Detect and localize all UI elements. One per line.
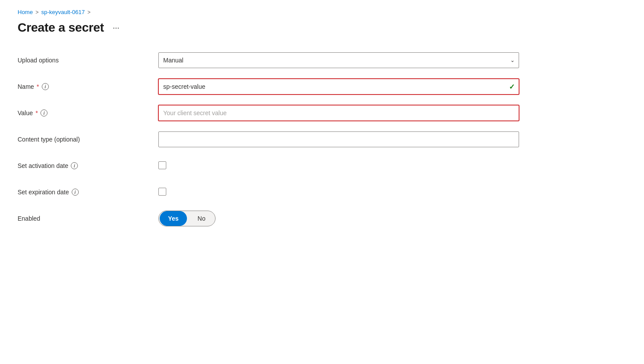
name-info-icon[interactable]: i	[42, 83, 49, 90]
breadcrumb-separator-1: >	[36, 9, 39, 15]
expiration-date-info-icon[interactable]: i	[72, 189, 79, 196]
page-title: Create a secret	[18, 21, 104, 35]
name-label: Name * i	[18, 83, 158, 90]
enabled-label: Enabled	[18, 215, 158, 222]
breadcrumb-home[interactable]: Home	[18, 9, 33, 15]
value-input[interactable]	[158, 105, 519, 121]
value-control	[158, 105, 519, 121]
content-type-label: Content type (optional)	[18, 136, 158, 143]
activation-date-checkbox[interactable]	[158, 161, 166, 169]
breadcrumb-separator-2: >	[88, 9, 91, 15]
value-label: Value * i	[18, 109, 158, 116]
enabled-toggle[interactable]: Yes No	[158, 211, 216, 226]
expiration-date-label: Set expiration date i	[18, 189, 158, 196]
activation-date-label: Set activation date i	[18, 162, 158, 169]
value-required-star: *	[36, 109, 38, 116]
page-header: Create a secret ···	[18, 21, 626, 35]
ellipsis-button[interactable]: ···	[109, 22, 123, 33]
activation-date-row: Set activation date i	[18, 158, 626, 174]
create-secret-form: Upload options Manual Certificate ⌄ Name…	[18, 52, 626, 226]
expiration-date-control	[158, 188, 519, 197]
activation-date-control	[158, 161, 519, 171]
name-input[interactable]	[158, 79, 519, 95]
expiration-date-checkbox[interactable]	[158, 188, 166, 196]
upload-options-select[interactable]: Manual Certificate	[158, 52, 519, 68]
expiration-date-row: Set expiration date i	[18, 184, 626, 200]
content-type-control	[158, 131, 519, 147]
activation-date-info-icon[interactable]: i	[71, 162, 78, 169]
upload-options-row: Upload options Manual Certificate ⌄	[18, 52, 626, 68]
content-type-input[interactable]	[158, 131, 519, 147]
breadcrumb-vault[interactable]: sp-keyvault-0617	[41, 9, 85, 15]
enabled-no-button[interactable]: No	[188, 211, 215, 226]
breadcrumb: Home > sp-keyvault-0617 >	[18, 9, 626, 15]
upload-options-select-wrapper: Manual Certificate ⌄	[158, 52, 519, 68]
value-input-wrapper	[158, 105, 519, 121]
enabled-row: Enabled Yes No	[18, 211, 626, 226]
name-input-wrapper: ✓	[158, 79, 519, 95]
value-info-icon[interactable]: i	[40, 109, 48, 116]
checkmark-icon: ✓	[509, 83, 515, 91]
name-required-star: *	[37, 83, 39, 90]
enabled-control: Yes No	[158, 211, 519, 226]
upload-options-label: Upload options	[18, 57, 158, 64]
value-row: Value * i	[18, 105, 626, 121]
content-type-row: Content type (optional)	[18, 131, 626, 147]
name-row: Name * i ✓	[18, 79, 626, 95]
name-control: ✓	[158, 79, 519, 95]
enabled-yes-button[interactable]: Yes	[160, 211, 187, 226]
upload-options-control: Manual Certificate ⌄	[158, 52, 519, 68]
